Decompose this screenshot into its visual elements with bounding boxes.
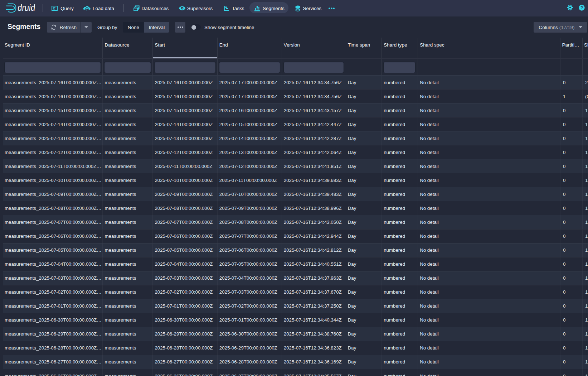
svg-text:?: ? xyxy=(580,5,583,10)
